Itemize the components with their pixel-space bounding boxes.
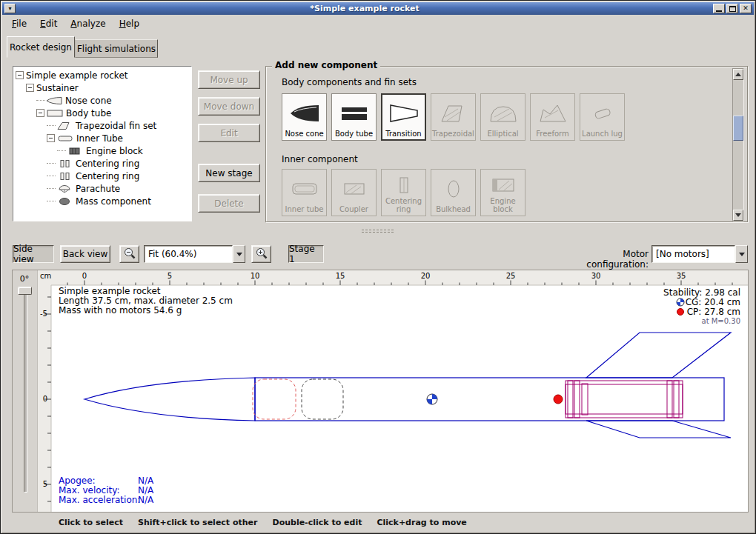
zoom-select[interactable]: Fit (60.4%)	[144, 245, 245, 263]
maximize-icon	[729, 6, 736, 12]
back-view-button[interactable]: Back view	[60, 245, 110, 263]
centering-ring-icon	[56, 172, 73, 181]
tree-item-inner-tube[interactable]: Inner Tube	[13, 132, 191, 144]
fin-upper-shape[interactable]	[586, 333, 731, 378]
parachute-shape[interactable]	[253, 379, 296, 419]
fin-lower-shape[interactable]	[586, 421, 731, 438]
svg-text:5: 5	[43, 480, 47, 488]
stability-text: Stability: 2.98 cal	[663, 287, 740, 298]
tree-item-sustainer[interactable]: Sustainer	[13, 81, 191, 94]
centering-ring-icon	[56, 159, 73, 168]
add-freeform-fin-button[interactable]: Freeform	[530, 93, 575, 141]
horizontal-ruler	[38, 270, 748, 285]
inner-tube-icon	[288, 172, 321, 206]
delete-button[interactable]: Delete	[198, 194, 260, 213]
combo-arrow-icon[interactable]	[735, 245, 748, 263]
component-tree[interactable]: Simple example rocket Sustainer Nose con…	[13, 66, 192, 221]
tree-toggle[interactable]	[36, 109, 44, 117]
tab-flight-simulations[interactable]: Flight simulations	[75, 39, 158, 58]
engine-block-icon	[487, 172, 520, 198]
hint-double-click: Double-click to edit	[273, 518, 362, 527]
body-components-label: Body components and fin sets	[282, 77, 417, 87]
component-scrollbar[interactable]	[732, 68, 744, 221]
rotation-slider-track[interactable]	[24, 290, 27, 493]
hint-click-drag: Click+drag to move	[377, 518, 466, 527]
cg-marker[interactable]	[427, 394, 437, 404]
menu-analyze[interactable]: Analyze	[64, 16, 112, 31]
new-stage-button[interactable]: New stage	[198, 164, 260, 182]
tab-rocket-design[interactable]: Rocket design	[7, 36, 75, 58]
coupler-icon	[338, 172, 371, 206]
menu-help[interactable]: Help	[113, 16, 146, 31]
menu-edit[interactable]: Edit	[33, 16, 64, 31]
splitter[interactable]	[2, 227, 754, 236]
add-transition-button[interactable]: Transition	[381, 93, 426, 141]
add-elliptical-fin-button[interactable]: Elliptical	[480, 93, 525, 141]
window-menu-button[interactable]: ▾	[4, 4, 16, 13]
stage-1-button[interactable]: Stage 1	[288, 245, 324, 263]
tree-item-fin-set[interactable]: Trapezoidal fin set	[13, 119, 191, 132]
mass-component-shape[interactable]	[302, 379, 343, 419]
tree-item-engine-block[interactable]: Engine block	[13, 144, 191, 157]
window-title: *Simple example rocket	[18, 4, 712, 13]
add-centering-ring-button[interactable]: Centering ring	[381, 169, 426, 216]
close-button[interactable]: ✕	[740, 4, 752, 13]
rocket-mass-text: Mass with no motors 54.6 g	[59, 305, 182, 316]
side-view-button[interactable]: Side view	[13, 245, 54, 263]
cp-legend-icon	[677, 309, 684, 316]
cp-marker[interactable]	[554, 395, 563, 404]
tree-toggle[interactable]	[26, 84, 34, 92]
hint-click-select: Click to select	[59, 518, 123, 527]
tree-toggle[interactable]	[16, 71, 24, 79]
max-velocity-label: Max. velocity:	[59, 485, 120, 495]
mass-component-icon	[56, 197, 73, 206]
rocket-figure-canvas[interactable]: cm 0 5 10 15 20 25 30 35 -5 0 5	[38, 270, 748, 512]
motor-configuration-select[interactable]: [No motors]	[651, 245, 748, 263]
combo-arrow-icon[interactable]	[233, 245, 245, 263]
menu-file[interactable]: File	[5, 16, 33, 31]
inner-component-buttons: Inner tube Coupler Centering ring Bulkhe…	[282, 169, 525, 216]
tree-item-body-tube[interactable]: Body tube	[13, 107, 191, 119]
zoom-in-button[interactable]	[251, 245, 271, 263]
zoom-out-button[interactable]	[119, 245, 139, 263]
move-down-button[interactable]: Move down	[198, 97, 260, 116]
splitter-grip-icon	[361, 229, 395, 233]
edit-button[interactable]: Edit	[198, 124, 260, 142]
rocket-outlines	[84, 333, 731, 438]
scrollbar-thumb[interactable]	[733, 116, 743, 141]
add-nose-cone-button[interactable]: Nose cone	[282, 93, 327, 141]
add-bulkhead-button[interactable]: Bulkhead	[431, 169, 476, 216]
rocket-figure-panel[interactable]: 0° cm 0 5 10 15 20 25 30 35 -5 0 5	[13, 270, 748, 512]
tree-item-centering-ring-2[interactable]: Centering ring	[13, 170, 191, 182]
zoom-out-icon	[123, 247, 136, 262]
scroll-down-button[interactable]	[733, 210, 743, 221]
nose-cone-shape[interactable]	[84, 378, 255, 421]
tree-toggle[interactable]	[47, 134, 55, 142]
hint-shift-click: Shift+click to select other	[138, 518, 258, 527]
tree-item-mass-component[interactable]: Mass component	[13, 195, 191, 207]
rocket-name-text: Simple example rocket	[59, 286, 161, 296]
max-acceleration-value: N/A	[138, 495, 154, 505]
add-coupler-button[interactable]: Coupler	[331, 169, 377, 216]
add-engine-block-button[interactable]: Engine block	[480, 169, 525, 216]
inner-tube-assembly[interactable]	[566, 381, 683, 418]
maximize-button[interactable]	[726, 4, 738, 13]
trapezoidal-fin-icon	[437, 96, 470, 130]
add-body-tube-button[interactable]: Body tube	[331, 93, 377, 141]
add-inner-tube-button[interactable]: Inner tube	[282, 169, 327, 216]
rotation-slider-handle[interactable]	[18, 287, 32, 295]
add-trapezoidal-fin-button[interactable]: Trapezoidal	[431, 93, 476, 141]
minimize-icon	[716, 10, 722, 12]
titlebar[interactable]: ▾ *Simple example rocket ✕	[2, 2, 754, 15]
minimize-button[interactable]	[713, 4, 725, 13]
tree-item-parachute[interactable]: Parachute	[13, 182, 191, 195]
move-up-button[interactable]: Move up	[198, 70, 260, 89]
scroll-up-button[interactable]	[733, 69, 743, 80]
tab-label: Rocket design	[10, 42, 72, 53]
tree-item-nose-cone[interactable]: Nose cone	[13, 94, 191, 107]
tree-item-rocket[interactable]: Simple example rocket	[13, 69, 191, 81]
tree-item-centering-ring-1[interactable]: Centering ring	[13, 157, 191, 170]
max-velocity-value: N/A	[138, 485, 154, 495]
svg-text:25: 25	[506, 272, 516, 280]
add-launch-lug-button[interactable]: Launch lug	[580, 93, 625, 141]
